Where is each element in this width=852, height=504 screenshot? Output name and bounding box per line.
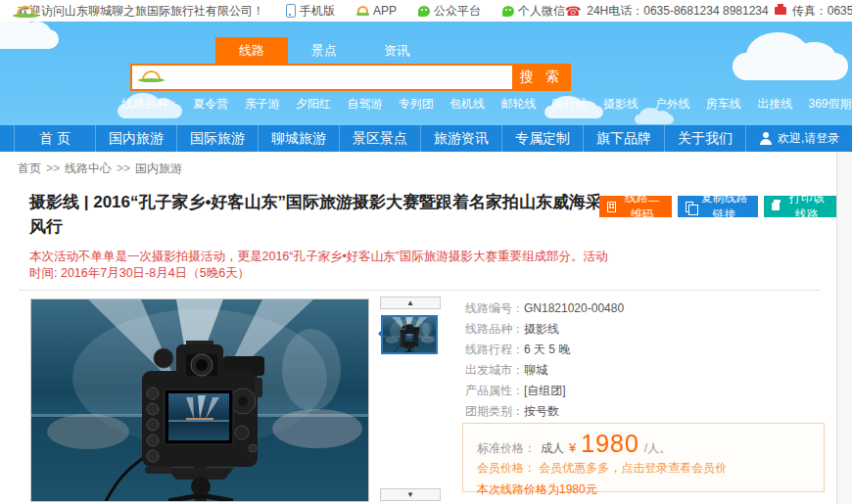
detail-row-departure-city: 出发城市：聊城 xyxy=(465,360,624,381)
top-utility-bar: 欢迎访问山东聊城聊之旅国际旅行社有限公司！ 手机版 APP 公众平台 个人微信 … xyxy=(0,0,852,22)
category-link[interactable]: 亲子游 xyxy=(245,97,280,111)
phone-icon: ☎ xyxy=(565,5,581,18)
search-input[interactable] xyxy=(130,64,514,91)
nav-travel-news[interactable]: 旅游资讯 xyxy=(421,125,502,152)
qrcode-icon xyxy=(607,202,616,212)
route-notice: 本次活动不单单是一次摄影拍摄活动，更是2016“孔子家乡•好客山东”国际旅游摄影… xyxy=(29,249,613,282)
detail-row-product-attribute: 产品属性：[自组团] xyxy=(465,381,624,401)
currency-symbol: ¥ xyxy=(569,440,576,455)
nav-about-us[interactable]: 关于我们 xyxy=(665,125,746,152)
user-icon xyxy=(760,132,772,145)
wechat-icon xyxy=(418,6,430,17)
detail-row-type: 线路品种：摄影线 xyxy=(465,319,624,340)
route-qrcode-button[interactable]: 线路二维码 xyxy=(599,196,672,217)
price-box: 标准价格： 成人 ¥ 1980 /人。 会员价格： 会员优惠多多，点击登录查看会… xyxy=(462,423,825,492)
nav-brands[interactable]: 旗下品牌 xyxy=(584,125,665,152)
route-details: 线路编号：GN1821020-00480 线路品种：摄影线 线路行程：6 天 5… xyxy=(465,298,624,422)
camera-photo xyxy=(31,299,368,501)
nav-international-travel[interactable]: 国际旅游 xyxy=(177,125,259,152)
category-link[interactable]: 包机线 xyxy=(450,97,485,111)
app-link[interactable]: APP xyxy=(356,4,397,18)
tab-news[interactable]: 资讯 xyxy=(360,37,433,64)
print-route-button[interactable]: 打印该线路 xyxy=(764,196,836,217)
category-link[interactable]: 369假期 xyxy=(808,97,851,111)
thumbnail-selected[interactable] xyxy=(381,315,438,354)
price-amount: 1980 xyxy=(581,432,639,456)
categories-label: 线路品种： xyxy=(121,97,180,111)
detail-row-duration: 线路行程：6 天 5 晚 xyxy=(465,340,624,360)
hotline-number: 24H电话：0635-8681234 8981234 xyxy=(587,3,768,20)
category-link[interactable]: 邮轮线 xyxy=(500,97,536,111)
route-title: 摄影线 | 2016“孔子家乡•好客山东”国际旅游摄影大赛暨跟着名家拍山东威海采… xyxy=(29,190,613,239)
printer-icon xyxy=(772,203,780,210)
category-link[interactable]: 出接线 xyxy=(757,97,792,111)
category-link[interactable]: 自驾游 xyxy=(347,97,382,111)
tab-routes[interactable]: 线路 xyxy=(215,37,288,64)
standard-price-row: 标准价格： 成人 ¥ 1980 /人。 xyxy=(477,432,824,457)
member-login-link[interactable]: 会员优惠多多，点击登录查看会员价 xyxy=(539,461,727,475)
detail-row-group-category: 团期类别：按号数 xyxy=(465,401,624,422)
main-nav: 首 页 国内旅游 国际旅游 聊城旅游 景区景点 旅游资讯 专属定制 旗下品牌 关… xyxy=(0,125,852,152)
member-price-row: 会员价格： 会员优惠多多，点击登录查看会员价 xyxy=(477,460,824,477)
banner: 线路 景点 资讯 搜 索 线路品种： 夏令营 亲子游 夕阳红 自驾游 专列团 包… xyxy=(0,22,852,125)
mobile-phone-icon xyxy=(286,4,296,18)
wechat-icon xyxy=(502,6,514,17)
cloud-decoration xyxy=(635,115,674,124)
breadcrumb: 首页>>线路中心>>国内旅游 xyxy=(18,160,182,177)
search-button[interactable]: 搜 索 xyxy=(512,64,571,91)
breadcrumb-domestic[interactable]: 国内旅游 xyxy=(135,161,182,175)
thumbnail-scroll-up-button[interactable]: ▲ xyxy=(380,297,441,309)
content-panel: 首页>>线路中心>>国内旅游 摄影线 | 2016“孔子家乡•好客山东”国际旅游… xyxy=(0,152,837,504)
login-link[interactable]: 欢迎,请登录 xyxy=(746,125,852,152)
breadcrumb-route-center[interactable]: 线路中心 xyxy=(65,161,112,175)
divider xyxy=(20,290,821,291)
wechat-personal-link[interactable]: 个人微信 xyxy=(502,3,565,20)
category-link[interactable]: 夏令营 xyxy=(193,97,228,111)
category-link[interactable]: 摄影线 xyxy=(603,97,639,111)
per-person-label: /人。 xyxy=(644,440,671,457)
search-box-logo xyxy=(137,69,166,82)
nav-domestic-travel[interactable]: 国内旅游 xyxy=(96,125,177,152)
breadcrumb-home[interactable]: 首页 xyxy=(18,161,41,175)
nav-liaocheng-travel[interactable]: 聊城旅游 xyxy=(259,125,340,152)
thumbnail-scroll-down-button[interactable]: ▼ xyxy=(380,488,441,501)
nav-home[interactable]: 首 页 xyxy=(15,125,96,152)
category-link[interactable]: 专列团 xyxy=(399,97,434,111)
cloud-decoration xyxy=(0,29,59,49)
search-tabs: 线路 景点 资讯 xyxy=(215,37,433,64)
camera-thumbnail xyxy=(383,317,436,352)
copy-link-button[interactable]: 复制线路链接 xyxy=(678,196,758,217)
fax-number: 传真：0635-8336665 xyxy=(792,3,852,20)
route-categories: 线路品种： 夏令营 亲子游 夕阳红 自驾游 专列团 包机线 邮轮线 骑行线 摄影… xyxy=(121,96,852,113)
category-link[interactable]: 夕阳红 xyxy=(296,97,331,111)
standard-price-label: 标准价格： xyxy=(477,440,536,457)
adult-label: 成人 xyxy=(541,440,564,457)
nav-custom-tours[interactable]: 专属定制 xyxy=(502,125,584,152)
fax-icon xyxy=(775,7,786,15)
cloud-decoration xyxy=(733,53,848,80)
wechat-public-link[interactable]: 公众平台 xyxy=(418,3,481,20)
category-link[interactable]: 骑行线 xyxy=(552,97,588,111)
route-actions: 线路二维码 复制线路链接 打印该线路 xyxy=(599,196,836,217)
detail-row-number: 线路编号：GN1821020-00480 xyxy=(465,298,624,319)
mobile-version-link[interactable]: 手机版 xyxy=(286,3,335,20)
tab-scenic-spots[interactable]: 景点 xyxy=(288,37,360,64)
category-link[interactable]: 户外线 xyxy=(654,97,689,111)
member-price-label: 会员价格： xyxy=(477,461,536,475)
app-icon xyxy=(356,6,369,16)
welcome-text: 欢迎访问山东聊城聊之旅国际旅行社有限公司！ xyxy=(18,3,264,20)
copy-icon xyxy=(686,202,693,212)
price-note: 本次线路价格为1980元 xyxy=(477,481,824,498)
category-link[interactable]: 房车线 xyxy=(706,97,741,111)
nav-scenic-spots[interactable]: 景区景点 xyxy=(340,125,421,152)
route-photo xyxy=(30,298,369,502)
